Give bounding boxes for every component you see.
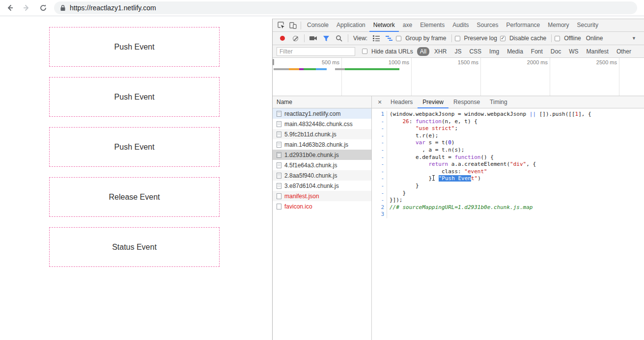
offline-checkbox[interactable]: Offline xyxy=(555,35,583,42)
timeline-gridline xyxy=(341,58,342,96)
request-bar-segment xyxy=(345,68,399,70)
file-icon xyxy=(277,142,281,148)
screenshot-camera-icon[interactable] xyxy=(308,33,319,44)
devtools-tab-bar: Console Application Network axe Elements xyxy=(273,19,644,32)
close-icon[interactable]: × xyxy=(374,98,386,106)
code-token: var xyxy=(416,139,425,146)
devtools-tab[interactable]: Application xyxy=(333,19,369,32)
resource-type-chip[interactable]: XHR xyxy=(431,47,449,56)
reload-icon[interactable] xyxy=(36,1,50,15)
resource-type-chip[interactable]: Doc xyxy=(548,47,564,56)
resource-type-chip[interactable]: All xyxy=(417,47,429,56)
devtools-tab-label: Audits xyxy=(452,22,469,28)
timeline-handle[interactable] xyxy=(273,59,274,65)
code-line: -}]); xyxy=(372,197,644,204)
devtools-tab-label: Security xyxy=(577,22,598,28)
name-header-label: Name xyxy=(277,99,292,105)
resource-type-chip[interactable]: JS xyxy=(451,47,464,56)
forward-icon[interactable] xyxy=(20,1,33,15)
request-row[interactable]: favicon.ico xyxy=(273,201,371,211)
inspect-element-icon[interactable] xyxy=(275,20,287,31)
resource-type-chip[interactable]: CSS xyxy=(466,47,484,56)
chevron-down-icon[interactable]: ▼ xyxy=(632,36,636,41)
code-token: a.a.createElement( xyxy=(448,161,510,167)
resource-type-chip[interactable]: Other xyxy=(614,47,634,56)
request-name: 2.8aa5f940.chunk.js xyxy=(284,172,337,179)
throttling-dropdown[interactable]: Online xyxy=(584,35,605,42)
waterfall-view-icon[interactable] xyxy=(383,33,395,44)
preserve-log-checkbox[interactable]: Preserve log xyxy=(455,35,499,42)
device-toolbar-icon[interactable] xyxy=(287,20,299,31)
disable-cache-checkbox[interactable]: ✓ Disable cache xyxy=(500,35,548,42)
devtools-tabs: Console Application Network axe Elements xyxy=(303,19,602,32)
devtools-tab-label: axe xyxy=(403,22,412,28)
group-by-frame-checkbox[interactable]: Group by frame xyxy=(396,35,448,42)
devtools-tab[interactable]: Console xyxy=(303,19,333,32)
request-row[interactable]: reactlazy1.netlify.com xyxy=(273,108,371,119)
resource-type-chip[interactable]: Manifest xyxy=(584,47,612,56)
timeline-tick-label: 2000 ms xyxy=(513,59,548,65)
record-button[interactable] xyxy=(277,33,288,44)
line-number: - xyxy=(372,197,387,204)
file-icon xyxy=(277,162,281,168)
line-number: - xyxy=(372,125,387,132)
preview-tab[interactable]: Timing xyxy=(485,96,512,108)
request-row[interactable]: 4.5f1e64a3.chunk.js xyxy=(273,160,371,170)
request-row[interactable]: 5.9fc2b11d.chunk.js xyxy=(273,129,371,139)
clear-button[interactable] xyxy=(289,33,301,44)
request-row[interactable]: 3.e87d6104.chunk.js xyxy=(273,181,371,191)
devtools-tab[interactable]: Security xyxy=(573,19,602,32)
code-text: } "Push Event") xyxy=(387,175,481,183)
preview-tab[interactable]: Preview xyxy=(418,96,448,108)
code-token: : xyxy=(409,118,416,125)
back-icon[interactable] xyxy=(3,1,17,15)
file-icon xyxy=(277,152,281,158)
code-preview-pane: 1(window.webpackJsonp = window.webpackJs… xyxy=(372,108,644,340)
url-bar[interactable]: https://reactlazy1.netlify.com xyxy=(54,1,637,14)
code-token: , a = t.n(s); xyxy=(390,147,464,153)
request-row[interactable]: 2.8aa5f940.chunk.js xyxy=(273,170,371,181)
preview-tab[interactable]: Response xyxy=(448,96,485,108)
line-number: - xyxy=(372,132,387,140)
resource-type-chip[interactable]: Font xyxy=(528,47,546,56)
file-icon xyxy=(277,193,281,199)
request-row[interactable]: main.4832448c.chunk.css xyxy=(273,119,371,129)
filter-input[interactable] xyxy=(277,47,355,56)
code-token: , { xyxy=(526,161,536,167)
request-bar-segment xyxy=(316,68,327,70)
code-token: ) xyxy=(451,139,455,146)
name-column-header[interactable]: Name xyxy=(273,96,372,108)
preview-tab[interactable]: Headers xyxy=(386,96,418,108)
code-token: 0 xyxy=(448,139,451,146)
code-token: e.default = xyxy=(390,154,454,160)
resource-type-chip[interactable]: Img xyxy=(486,47,502,56)
devtools-tab[interactable]: Performance xyxy=(503,19,544,32)
code-token xyxy=(390,139,416,146)
hide-data-urls-checkbox[interactable]: Hide data URLs xyxy=(362,48,415,55)
devtools-tab[interactable]: Network xyxy=(369,19,399,32)
resource-type-chip[interactable]: WS xyxy=(566,47,581,56)
devtools-tab[interactable]: Memory xyxy=(544,19,573,32)
request-row[interactable]: manifest.json xyxy=(273,191,371,201)
code-text: return a.a.createElement("div", { xyxy=(387,161,536,168)
search-icon[interactable] xyxy=(333,33,345,44)
event-box: Push Event xyxy=(49,27,220,67)
chip-label: Font xyxy=(531,48,543,55)
devtools-tab-label: Console xyxy=(307,22,329,28)
code-token: ], { xyxy=(578,111,591,117)
timeline-tick-label: 1500 ms xyxy=(444,59,478,65)
line-number: 3 xyxy=(372,211,387,218)
resource-type-chip[interactable]: Media xyxy=(504,47,526,56)
devtools-tab[interactable]: Audits xyxy=(448,19,473,32)
event-box: Status Event xyxy=(49,227,220,267)
request-row[interactable]: 1.d2931b0e.chunk.js xyxy=(273,150,371,160)
devtools-tab[interactable]: Elements xyxy=(416,19,448,32)
devtools-tab[interactable]: Sources xyxy=(473,19,503,32)
request-row[interactable]: main.14d63b28.chunk.js xyxy=(273,139,371,150)
timeline-overview[interactable]: 500 ms1000 ms1500 ms2000 ms2500 ms xyxy=(273,58,644,96)
list-view-icon[interactable] xyxy=(370,33,382,44)
filter-funnel-icon[interactable] xyxy=(320,33,332,44)
code-text: (window.webpackJsonp = window.webpackJso… xyxy=(387,111,591,118)
devtools-tab[interactable]: axe xyxy=(399,19,416,32)
network-split-body: reactlazy1.netlify.com main.4832448c.chu… xyxy=(273,108,644,340)
